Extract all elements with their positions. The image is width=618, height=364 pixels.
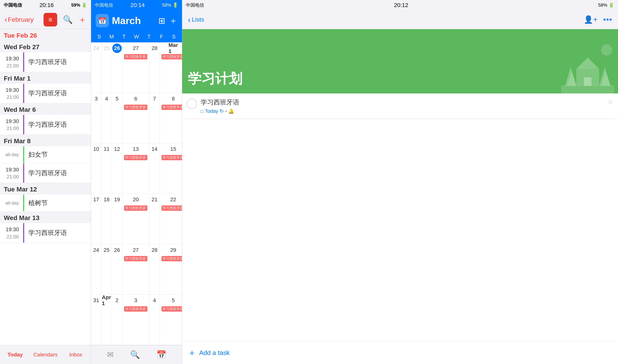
week-row: 24 25 26 27 学习西班牙语！ 28 29 学习西班牙语！ 30: [91, 244, 182, 295]
navbar-right-icons: ≡ 🔍 ＋: [43, 13, 86, 26]
calendar-list-panel: 中国电信 20:16 59% 🔋 ‹ February ≡ 🔍 ＋ Tue Fe…: [0, 0, 91, 364]
event-chip: 学习西班牙语！: [124, 54, 148, 59]
month-day[interactable]: 29 学习西班牙语！: [160, 244, 182, 295]
event-row-allday[interactable]: all-day 妇女节: [0, 146, 91, 163]
month-day[interactable]: 5: [112, 93, 122, 143]
search-button-1[interactable]: 🔍: [63, 15, 73, 24]
add-event-button[interactable]: ＋: [78, 14, 86, 25]
month-day[interactable]: 4: [101, 93, 112, 143]
month-day[interactable]: 19: [112, 194, 122, 244]
tab-calendars[interactable]: Calendars: [30, 352, 61, 358]
month-day[interactable]: 27 学习西班牙语！: [122, 244, 149, 295]
month-day[interactable]: 22 学习西班牙语！: [160, 194, 182, 244]
month-day[interactable]: 7: [149, 93, 160, 143]
status-bar-3: 中国电信 20:12 58% 🔋: [182, 0, 618, 10]
list-view-button[interactable]: ≡: [43, 13, 57, 26]
navbar-1: ‹ February ≡ 🔍 ＋: [0, 10, 91, 29]
event-chip: 学习西班牙语！: [124, 306, 148, 312]
day-section-fri-mar1: Fri Mar 1 19:30 21:00 学习西班牙语: [0, 72, 91, 104]
event-row[interactable]: 19:30 21:00 学习西班牙语: [0, 84, 91, 104]
week-row: 17 18 19 20 学习西班牙语！ 21 22 学习西班牙语！ 23: [91, 194, 182, 244]
month-day[interactable]: 6 学习西班牙语！: [122, 93, 149, 143]
more-icon[interactable]: •••: [603, 15, 612, 24]
month-day-today[interactable]: 26: [112, 42, 122, 93]
event-content: 妇女节: [27, 146, 91, 163]
month-day[interactable]: 28: [149, 42, 160, 93]
add-person-icon[interactable]: 👤+: [584, 15, 598, 24]
reminder-checkbox[interactable]: [187, 99, 197, 109]
event-row[interactable]: 19:30 21:00 学习西班牙语: [0, 223, 91, 243]
month-day[interactable]: 3 学习西班牙语！: [122, 295, 149, 345]
month-day[interactable]: 11: [101, 143, 112, 194]
reminders-panel: 中国电信 20:12 58% 🔋 ‹ Lists 👤+ •••: [182, 0, 618, 364]
month-day[interactable]: 27 学习西班牙语！: [122, 42, 149, 93]
back-button-1[interactable]: ‹ February: [5, 15, 34, 24]
month-day[interactable]: 13 学习西班牙语！: [122, 143, 149, 194]
month-day[interactable]: 26: [112, 244, 122, 295]
tab-today[interactable]: Today: [0, 352, 30, 358]
reminder-item[interactable]: 学习西班牙语 □ Today ↻ • 🔔 ☆: [182, 93, 618, 119]
repeat-icon: ↻: [220, 108, 224, 114]
event-row[interactable]: 19:30 21:00 学习西班牙语: [0, 163, 91, 183]
month-day[interactable]: 25: [101, 244, 112, 295]
month-day[interactable]: 18: [101, 194, 112, 244]
bell-icon: 🔔: [228, 109, 234, 114]
month-day[interactable]: 15 学习西班牙语！: [160, 143, 182, 194]
list-lines-icon: ≡: [48, 16, 52, 24]
month-title-text: March: [112, 15, 141, 26]
dow-fri: F: [155, 31, 168, 42]
search-tab-icon[interactable]: 🔍: [130, 350, 140, 359]
grid-view-icon[interactable]: ⊞: [158, 16, 165, 26]
month-day[interactable]: 14: [149, 143, 160, 194]
calendar-small-icon: □: [201, 109, 203, 114]
navbar-2: 📅 March ⊞ ＋: [91, 10, 182, 31]
event-row-allday[interactable]: all-day 植树节: [0, 195, 91, 211]
event-row[interactable]: 19:30 21:00 学习西班牙语: [0, 115, 91, 135]
day-header-text: Fri Mar 1: [4, 75, 31, 82]
month-day[interactable]: 24: [91, 42, 101, 93]
month-day[interactable]: 28: [149, 244, 160, 295]
hero-illustration: [561, 40, 614, 93]
month-day[interactable]: 10: [91, 143, 101, 194]
event-chip: 学习西班牙语！: [161, 155, 182, 160]
mail-tab-icon[interactable]: ✉: [107, 350, 114, 359]
calendar-icon[interactable]: 📅: [96, 14, 109, 27]
day-header-text: Tue Mar 12: [4, 186, 37, 193]
add-event-button-2[interactable]: ＋: [169, 15, 177, 26]
event-row[interactable]: 19:30 21:00 学习西班牙语: [0, 52, 91, 72]
month-day[interactable]: 25: [101, 42, 112, 93]
time-2: 20:14: [113, 2, 162, 8]
week-row: 31 Apr 1 2 3 学习西班牙语！ 4 5 学习西班牙语！ 6: [91, 295, 182, 345]
month-day[interactable]: 31: [91, 295, 101, 345]
month-day[interactable]: 17: [91, 194, 101, 244]
event-chip: 学习西班牙语！: [161, 206, 182, 211]
dow-header: S M T W T F S: [91, 31, 182, 42]
month-day[interactable]: 3: [91, 93, 101, 143]
star-icon[interactable]: ☆: [607, 98, 613, 106]
month-day[interactable]: 20 学习西班牙语！: [122, 194, 149, 244]
time-3: 20:12: [204, 2, 598, 8]
month-day[interactable]: Apr 1: [101, 295, 112, 345]
add-task-row[interactable]: ＋ Add a task: [182, 341, 618, 364]
month-day[interactable]: 24: [91, 244, 101, 295]
separator-dot: •: [225, 109, 227, 114]
month-day[interactable]: 4: [149, 295, 160, 345]
month-day[interactable]: 5 学习西班牙语！: [160, 295, 182, 345]
back-button-3[interactable]: ‹ Lists: [188, 15, 204, 24]
reminder-date: Today: [205, 108, 218, 114]
event-time: 19:30 21:00: [0, 52, 21, 72]
month-day[interactable]: 21: [149, 194, 160, 244]
event-chip: 学习西班牙语！: [161, 105, 182, 110]
month-day[interactable]: Mar 1 学习西班牙语！: [160, 42, 182, 93]
event-color-bar: [23, 163, 24, 183]
carrier-1: 中国电信: [4, 2, 22, 8]
event-chip: 学习西班牙语！: [161, 54, 182, 59]
tab-bar-1: Today Calendars Inbox: [0, 345, 91, 364]
month-day[interactable]: 2: [112, 295, 122, 345]
month-day[interactable]: 12: [112, 143, 122, 194]
svg-marker-1: [576, 57, 599, 69]
month-title-area: 📅 March: [96, 14, 141, 27]
tab-inbox[interactable]: Inbox: [61, 352, 91, 358]
month-day[interactable]: 8 学习西班牙语！: [160, 93, 182, 143]
calendar-tab-icon[interactable]: 📅: [156, 350, 166, 359]
